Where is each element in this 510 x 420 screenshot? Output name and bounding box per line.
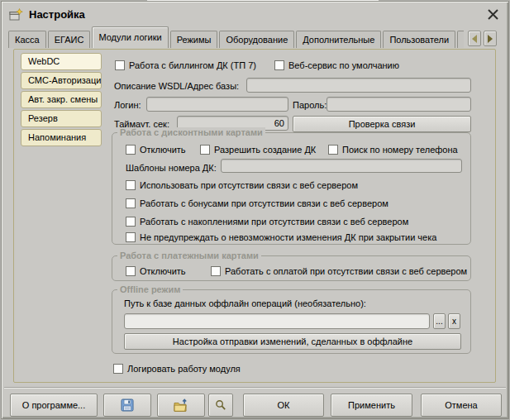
app-icon bbox=[9, 8, 23, 21]
tab-polzovateli[interactable]: Пользователи bbox=[383, 31, 455, 48]
check-connection-button[interactable]: Проверка связи bbox=[293, 116, 471, 132]
ok-button[interactable]: ОК bbox=[243, 394, 324, 417]
offline-path-input[interactable] bbox=[124, 313, 430, 329]
checkbox-label: Работать с бонусами при отсутствии связи… bbox=[140, 198, 388, 208]
checkbox-label: Разрешить создание ДК bbox=[214, 145, 316, 155]
checkbox-pay-when-offline[interactable]: Работать с оплатой при отсутствии связи … bbox=[211, 265, 467, 277]
checkbox-no-warn-dk-change[interactable]: Не предупреждать о невозможности изменен… bbox=[126, 231, 436, 243]
chevron-right-icon bbox=[488, 35, 493, 43]
discount-cards-group: Работа с дисконтными картами Отключить Р… bbox=[112, 132, 471, 245]
browse-button[interactable]: ... bbox=[433, 313, 446, 329]
checkbox-box[interactable] bbox=[274, 60, 284, 70]
about-button[interactable]: О программе... bbox=[10, 394, 98, 417]
tab-dopolnitelnye[interactable]: Дополнительные bbox=[296, 31, 381, 48]
tab-scroll-controls bbox=[468, 31, 497, 46]
password-input[interactable] bbox=[326, 97, 471, 112]
tab-oborudovanie[interactable]: Оборудование bbox=[219, 31, 294, 48]
checkbox-billing[interactable]: Работа с биллингом ДК (ТП 7) bbox=[115, 60, 256, 71]
payment-cards-group: Работа с платежными картами Отключить Ра… bbox=[112, 255, 471, 281]
checkbox-discount-disable[interactable]: Отключить bbox=[126, 144, 186, 155]
footer-separator bbox=[4, 387, 506, 389]
dk-templates-input[interactable] bbox=[221, 159, 462, 173]
checkbox-label: Не предупреждать о невозможности изменен… bbox=[140, 232, 436, 242]
checkbox-label: Поиск по номеру телефона bbox=[342, 145, 458, 155]
tab-kassa[interactable]: Касса bbox=[8, 31, 46, 48]
password-label: Пароль: bbox=[293, 100, 326, 111]
apply-button[interactable]: Применить bbox=[331, 394, 412, 417]
open-folder-button[interactable] bbox=[157, 394, 205, 417]
checkbox-webservice-default[interactable]: Веб-сервис по умолчанию bbox=[274, 60, 399, 71]
search-icon bbox=[215, 399, 226, 411]
checkbox-box[interactable] bbox=[126, 198, 136, 208]
settings-window: Настройка Касса ЕГАИС Модули логики Режи… bbox=[1, 1, 509, 419]
checkbox-box[interactable] bbox=[126, 145, 136, 155]
checkbox-box[interactable] bbox=[126, 266, 136, 276]
sidebar-item-napominaniya[interactable]: Напоминания bbox=[21, 129, 102, 146]
tab-scroll-right-button[interactable] bbox=[484, 31, 497, 46]
sidebar-item-webdc[interactable]: WebDC bbox=[21, 53, 102, 70]
cancel-button[interactable]: Отмена bbox=[421, 394, 502, 417]
offline-mode-group: Offline режим Путь к базе данных оффлайн… bbox=[112, 289, 471, 354]
sidebar-item-avt-zakr-smeny[interactable]: Авт. закр. смены bbox=[21, 91, 102, 108]
checkbox-label: Отключить bbox=[140, 145, 186, 155]
checkbox-label: Веб-сервис по умолчанию bbox=[288, 60, 399, 70]
open-folder-icon bbox=[174, 399, 189, 413]
wsdl-input[interactable] bbox=[246, 78, 471, 93]
tab-rezhimy[interactable]: Режимы bbox=[170, 31, 218, 48]
checkbox-bonus-when-offline[interactable]: Работать с бонусами при отсутствии связи… bbox=[126, 198, 388, 209]
offline-path-label: Путь к базе данных оффлайн операций (нео… bbox=[124, 298, 366, 309]
close-icon[interactable] bbox=[484, 7, 501, 23]
checkbox-box[interactable] bbox=[126, 180, 136, 190]
title-bar: Настройка bbox=[5, 5, 505, 24]
offline-changes-settings-button[interactable]: Настройка отправки изменений, сделанных … bbox=[124, 333, 461, 350]
save-icon bbox=[121, 399, 134, 412]
clear-path-button[interactable]: x bbox=[448, 313, 460, 329]
checkbox-box[interactable] bbox=[126, 217, 136, 227]
tab-skidki[interactable]: Скидки... bbox=[457, 31, 464, 48]
checkbox-allow-create-dk[interactable]: Разрешить создание ДК bbox=[200, 144, 316, 155]
checkbox-label: Использовать при отсутствии связи с веб … bbox=[140, 180, 358, 190]
login-label: Логин: bbox=[114, 100, 141, 111]
screen: Настройка Касса ЕГАИС Модули логики Режи… bbox=[0, 0, 510, 420]
group-title: Работа с дисконтными картами bbox=[117, 127, 265, 138]
checkbox-log-module[interactable]: Логировать работу модуля bbox=[113, 363, 241, 375]
checkbox-label: Отключить bbox=[140, 266, 186, 276]
checkbox-box[interactable] bbox=[211, 266, 221, 276]
tab-bar: Касса ЕГАИС Модули логики Режимы Оборудо… bbox=[8, 26, 464, 48]
save-button[interactable] bbox=[103, 394, 151, 417]
search-button[interactable] bbox=[208, 394, 233, 417]
tab-egais[interactable]: ЕГАИС bbox=[48, 31, 91, 48]
page-panel: WebDC СМС-Авторизация Авт. закр. смены Р… bbox=[13, 49, 496, 383]
tab-scroll-left-button[interactable] bbox=[468, 31, 481, 46]
checkbox-label: Работа с биллингом ДК (ТП 7) bbox=[129, 60, 256, 70]
checkbox-label: Работать с оплатой при отсутствии связи … bbox=[225, 266, 467, 276]
login-input[interactable] bbox=[146, 97, 288, 112]
group-title: Offline режим bbox=[117, 284, 183, 295]
checkbox-label: Логировать работу модуля bbox=[127, 364, 241, 374]
checkbox-payment-disable[interactable]: Отключить bbox=[126, 265, 186, 277]
tab-moduli-logiki[interactable]: Модули логики bbox=[92, 26, 168, 48]
checkbox-accumulation-when-offline[interactable]: Работать с накоплениями при отсутствии с… bbox=[126, 216, 408, 227]
window-title: Настройка bbox=[29, 8, 85, 21]
checkbox-phone-search[interactable]: Поиск по номеру телефона bbox=[328, 144, 458, 155]
checkbox-use-when-offline[interactable]: Использовать при отсутствии связи с веб … bbox=[126, 179, 358, 191]
dk-templates-label: Шаблоны номера ДК: bbox=[126, 163, 217, 174]
checkbox-box[interactable] bbox=[200, 145, 210, 155]
sidebar-item-rezerv[interactable]: Резерв bbox=[21, 110, 102, 127]
checkbox-box[interactable] bbox=[126, 232, 136, 242]
checkbox-box[interactable] bbox=[328, 145, 338, 155]
sidebar-item-sms-avtorizaciya[interactable]: СМС-Авторизация bbox=[21, 72, 102, 89]
chevron-left-icon bbox=[472, 35, 477, 43]
checkbox-box[interactable] bbox=[113, 364, 123, 374]
wsdl-label: Описание WSDL/Адрес базы: bbox=[114, 81, 239, 92]
checkbox-box[interactable] bbox=[115, 60, 125, 70]
checkbox-label: Работать с накоплениями при отсутствии с… bbox=[140, 217, 408, 227]
group-title: Работа с платежными картами bbox=[117, 251, 261, 261]
